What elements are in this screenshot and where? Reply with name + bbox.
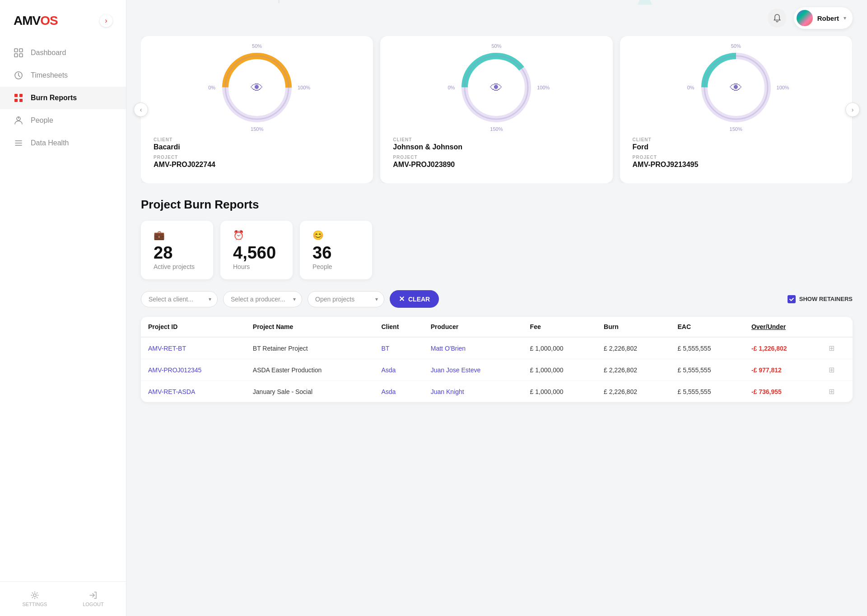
sidebar-item-burn-reports[interactable]: Burn Reports	[0, 87, 126, 109]
section-title: Project Burn Reports	[141, 198, 853, 212]
th-project-id: Project ID	[141, 317, 246, 337]
client-value: Bacardi	[154, 143, 360, 151]
burn-card-jj: 0% 50% 100% 150% 👁 CLIENT Johnson & John…	[380, 36, 612, 183]
producer-link[interactable]: Juan Knight	[431, 388, 464, 395]
user-menu[interactable]: Robert ▾	[794, 7, 853, 29]
project-id-link[interactable]: AMV-PROJ012345	[148, 366, 201, 374]
card-meta-jj: CLIENT Johnson & Johnson PROJECT AMV-PRO…	[393, 137, 600, 169]
main-content: + + Robert ▾ ‹	[126, 0, 867, 616]
fee-cell: £ 1,000,000	[523, 381, 597, 403]
clear-x-icon: ✕	[399, 295, 405, 303]
alarm-icon: ⏰	[233, 230, 280, 241]
over-under-value: -£ 977,812	[751, 366, 782, 374]
copy-icon[interactable]: ⊞	[829, 388, 834, 395]
label-100pct: 100%	[298, 85, 310, 90]
over-under-cell: -£ 1,226,802	[744, 337, 821, 359]
active-projects-number: 28	[154, 244, 200, 261]
svg-rect-7	[14, 99, 18, 102]
producer-select-wrapper: Select a producer... ▾	[223, 291, 302, 307]
copy-icon[interactable]: ⊞	[829, 344, 834, 352]
producer-select[interactable]: Select a producer...	[223, 291, 302, 307]
label-150pct: 150%	[251, 126, 263, 132]
sidebar-item-data-health[interactable]: Data Health	[0, 132, 126, 154]
sidebar-item-people[interactable]: People	[0, 109, 126, 132]
notification-bell-button[interactable]	[768, 9, 787, 28]
client-link[interactable]: Asda	[381, 388, 396, 395]
svg-rect-5	[14, 94, 18, 97]
producer-link[interactable]: Matt O'Brien	[431, 345, 466, 352]
label-150pct: 150%	[730, 126, 742, 132]
project-label: PROJECT	[154, 155, 360, 160]
eye-icon: 👁	[251, 80, 263, 95]
sidebar-item-dashboard[interactable]: Dashboard	[0, 42, 126, 64]
svg-rect-3	[19, 54, 23, 57]
projects-table-section: Project ID Project Name Client Producer …	[141, 317, 853, 402]
label-0pct: 0%	[447, 85, 455, 90]
person-icon	[14, 116, 23, 125]
table-row: AMV-RET-BT BT Retainer Project BT Matt O…	[141, 337, 853, 359]
project-status-select[interactable]: Open projects All projects Closed projec…	[308, 291, 384, 307]
label-100pct: 100%	[537, 85, 550, 90]
sidebar-item-label: People	[31, 116, 53, 125]
client-select[interactable]: Select a client...	[141, 291, 218, 307]
sidebar-logout[interactable]: LOGOUT	[83, 591, 103, 607]
client-link[interactable]: Asda	[381, 366, 396, 374]
row-action-cell: ⊞	[821, 359, 853, 381]
settings-label: SETTINGS	[22, 602, 47, 607]
header: Robert ▾	[753, 0, 867, 36]
th-burn: Burn	[597, 317, 670, 337]
client-label: CLIENT	[633, 137, 839, 142]
clock-icon	[14, 70, 23, 80]
project-id-cell: AMV-RET-BT	[141, 337, 246, 359]
sidebar-item-label: Burn Reports	[31, 94, 77, 102]
project-value: AMV-PROJ023890	[393, 161, 600, 169]
client-cell: BT	[374, 337, 423, 359]
sidebar-item-timesheets[interactable]: Timesheets	[0, 64, 126, 87]
project-id-link[interactable]: AMV-RET-BT	[148, 345, 186, 352]
project-name-cell: January Sale - Social	[246, 381, 374, 403]
label-0pct: 0%	[208, 85, 215, 90]
project-name-cell: BT Retainer Project	[246, 337, 374, 359]
burn-cell: £ 2,226,802	[597, 359, 670, 381]
th-over-under: Over/Under	[744, 317, 821, 337]
carousel-right-arrow[interactable]: ›	[845, 102, 860, 117]
label-50pct: 50%	[491, 43, 501, 49]
client-select-wrapper: Select a client... ▾	[141, 291, 218, 307]
burn-card-bacardi: 0% 50% 100% 150% 👁 CLIENT Bacardi PROJEC…	[141, 36, 373, 183]
stat-box-projects: 💼 28 Active projects	[141, 221, 213, 279]
project-id-cell: AMV-PROJ012345	[141, 359, 246, 381]
sidebar-item-label: Timesheets	[31, 71, 68, 79]
producer-cell: Matt O'Brien	[424, 337, 523, 359]
active-projects-label: Active projects	[154, 263, 200, 270]
eye-icon: 👁	[730, 80, 742, 95]
clear-button[interactable]: ✕ CLEAR	[390, 290, 439, 308]
table-header: Project ID Project Name Client Producer …	[141, 317, 853, 337]
filters-row: Select a client... ▾ Select a producer..…	[141, 290, 853, 308]
producer-cell: Juan Jose Esteve	[424, 359, 523, 381]
th-fee: Fee	[523, 317, 597, 337]
show-retainers-toggle[interactable]: SHOW RETAINERS	[788, 295, 853, 303]
carousel-left-arrow[interactable]: ‹	[134, 102, 148, 117]
label-0pct: 0%	[687, 85, 695, 90]
th-actions	[821, 317, 853, 337]
stats-section: Project Burn Reports 💼 28 Active project…	[141, 198, 853, 402]
project-value: AMV-PROJ022744	[154, 161, 360, 169]
sidebar-toggle-button[interactable]: ›	[100, 14, 112, 27]
project-id-link[interactable]: AMV-RET-ASDA	[148, 388, 195, 395]
burn-cell: £ 2,226,802	[597, 337, 670, 359]
copy-icon[interactable]: ⊞	[829, 366, 834, 374]
sidebar-settings[interactable]: SETTINGS	[22, 591, 47, 607]
over-under-value: -£ 736,955	[751, 388, 782, 395]
card-meta-ford: CLIENT Ford PROJECT AMV-PROJ9213495	[633, 137, 839, 169]
donut-chart-bacardi: 0% 50% 100% 150% 👁	[216, 47, 298, 128]
client-link[interactable]: BT	[381, 345, 389, 352]
svg-rect-6	[19, 94, 23, 97]
fee-cell: £ 1,000,000	[523, 359, 597, 381]
th-client: Client	[374, 317, 423, 337]
eye-icon: 👁	[490, 80, 503, 95]
svg-point-14	[33, 594, 36, 597]
project-name-cell: ASDA Easter Production	[246, 359, 374, 381]
fee-cell: £ 1,000,000	[523, 337, 597, 359]
producer-link[interactable]: Juan Jose Esteve	[431, 366, 481, 374]
producer-cell: Juan Knight	[424, 381, 523, 403]
